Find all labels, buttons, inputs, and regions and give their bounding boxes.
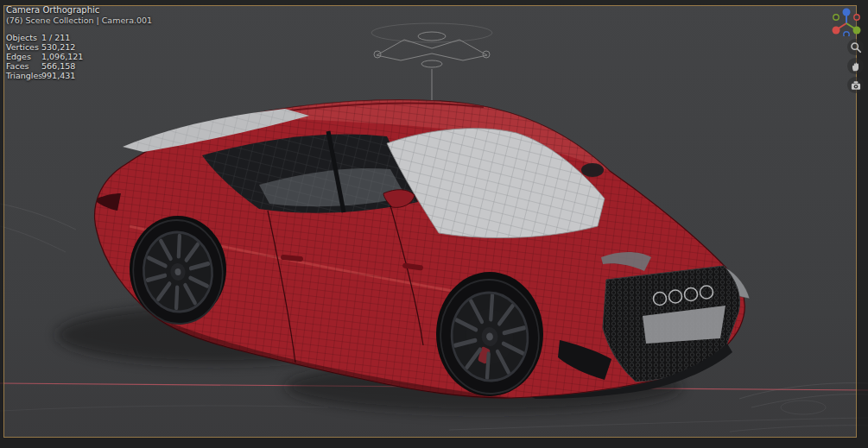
hand-icon: [850, 60, 862, 73]
stat-value: 1,096,121: [41, 52, 83, 61]
stat-row: Objects 1 / 211: [6, 33, 152, 42]
viewport-3d[interactable]: Camera Orthographic (76) Scene Collectio…: [0, 0, 868, 448]
stat-value: 1 / 211: [41, 33, 70, 42]
stat-row: Edges 1,096,121: [6, 52, 152, 61]
stat-row: Triangles 991,431: [6, 71, 152, 80]
axis-x-neg-handle[interactable]: [854, 15, 859, 20]
view-mode-label: Camera Orthographic: [6, 5, 152, 15]
collection-breadcrumb: (76) Scene Collection | Camera.001: [6, 16, 152, 25]
stat-label: Vertices: [6, 42, 41, 52]
stat-value: 566,158: [41, 61, 75, 71]
stat-row: Vertices 530,212: [6, 42, 152, 52]
stat-row: Faces 566,158: [6, 61, 152, 71]
pan-button[interactable]: [847, 58, 864, 74]
stat-value: 530,212: [41, 42, 75, 52]
camera-view-button[interactable]: [847, 77, 864, 93]
stat-label: Triangles: [6, 71, 41, 80]
stat-label: Faces: [6, 61, 41, 71]
zoom-button[interactable]: [847, 39, 864, 55]
side-mirror-right: [581, 163, 604, 177]
orientation-gizmo[interactable]: [832, 7, 861, 36]
viewport-header-text: Camera Orthographic (76) Scene Collectio…: [6, 5, 152, 80]
camera-icon: [850, 79, 862, 91]
axis-y-neg-handle[interactable]: [833, 15, 839, 20]
magnifier-icon: [850, 41, 862, 54]
viewport-nav-controls: [832, 7, 865, 93]
stat-label: Edges: [6, 52, 41, 61]
stat-label: Objects: [6, 33, 41, 42]
axis-z-handle[interactable]: [843, 9, 851, 16]
axis-z-neg-handle[interactable]: [844, 32, 849, 36]
scene-statistics: Objects 1 / 211 Vertices 530,212 Edges 1…: [6, 33, 152, 80]
axis-y-handle[interactable]: [853, 27, 861, 35]
stat-value: 991,431: [41, 71, 75, 80]
axis-x-handle[interactable]: [833, 27, 840, 35]
